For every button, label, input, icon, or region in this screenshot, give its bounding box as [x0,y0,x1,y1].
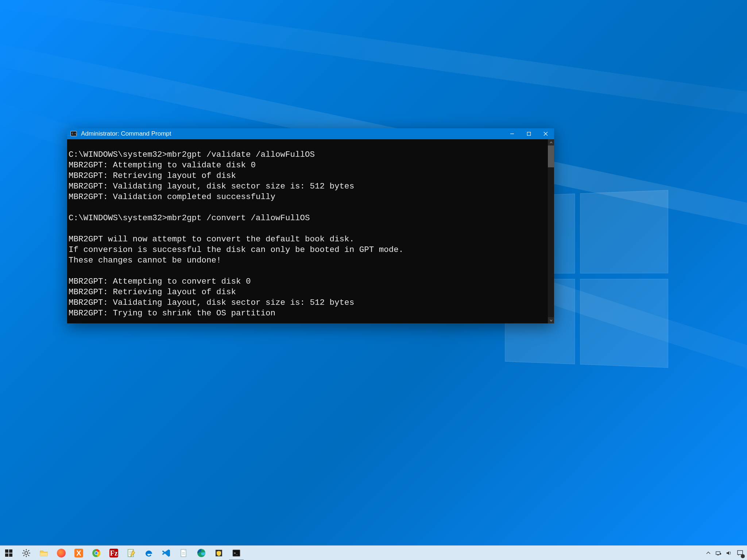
svg-rect-7 [9,549,12,553]
terminal-body[interactable]: C:\WINDOWS\system32>mbr2gpt /validate /a… [67,139,554,323]
tray-volume-icon[interactable] [724,546,734,560]
svg-rect-9 [9,553,12,557]
taskbar-edge[interactable] [193,546,210,560]
tray-network-icon[interactable] [713,546,724,560]
scroll-thumb[interactable] [548,145,554,167]
taskbar-xampp[interactable]: X [70,546,88,560]
terminal-output[interactable]: C:\WINDOWS\system32>mbr2gpt /validate /a… [67,139,548,323]
svg-rect-36 [720,553,721,555]
svg-line-18 [28,550,29,551]
svg-point-10 [25,552,28,555]
taskbar-filezilla[interactable]: Fz [105,546,123,560]
taskbar-chrome[interactable] [88,546,105,560]
taskbar-settings[interactable] [18,546,35,560]
taskbar-firefox[interactable] [53,546,70,560]
window-titlebar[interactable]: C:\ Administrator: Command Prompt [67,128,554,139]
svg-rect-37 [738,551,743,555]
svg-rect-19 [40,553,47,556]
tray-action-center[interactable] [734,546,746,560]
close-button[interactable] [537,128,554,139]
svg-rect-3 [527,132,531,136]
taskbar-notepadpp[interactable] [123,546,140,560]
terminal-scrollbar[interactable] [548,139,554,323]
taskbar[interactable]: X Fz >_ [0,545,747,560]
scroll-track[interactable] [548,145,554,317]
taskbar-vscode[interactable] [158,546,175,560]
svg-line-15 [23,550,24,551]
maximize-button[interactable] [520,128,537,139]
cmd-icon: C:\ [69,129,78,138]
desktop[interactable]: C:\ Administrator: Command Prompt C:\WIN… [0,0,747,560]
notification-badge [741,554,745,558]
svg-rect-8 [5,553,8,557]
svg-rect-35 [717,555,719,555]
taskbar-cmd[interactable]: >_ [228,546,245,560]
system-tray[interactable] [703,546,747,560]
taskbar-file-explorer[interactable] [35,546,53,560]
taskbar-document[interactable] [175,546,193,560]
scroll-down-button[interactable] [548,317,554,323]
svg-line-17 [23,555,24,556]
taskbar-security[interactable] [210,546,228,560]
taskbar-edge-legacy[interactable] [140,546,158,560]
minimize-button[interactable] [504,128,520,139]
svg-text:>_: >_ [234,551,238,555]
svg-text:C:\: C:\ [72,132,77,135]
window-title: Administrator: Command Prompt [81,130,171,137]
svg-rect-6 [5,549,8,553]
scroll-up-button[interactable] [548,139,554,145]
command-prompt-window[interactable]: C:\ Administrator: Command Prompt C:\WIN… [67,128,554,323]
svg-point-22 [95,552,98,555]
svg-rect-34 [716,552,720,555]
svg-line-16 [28,555,29,556]
tray-show-hidden-icons[interactable] [703,546,713,560]
start-button[interactable] [0,546,18,560]
